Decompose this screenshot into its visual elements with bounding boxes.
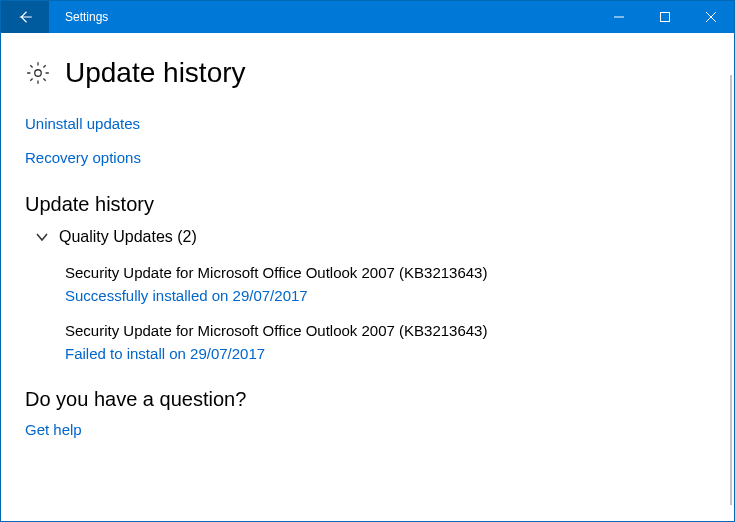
recovery-options-link[interactable]: Recovery options xyxy=(25,149,141,166)
update-title: Security Update for Microsoft Office Out… xyxy=(65,322,710,339)
maximize-icon xyxy=(660,12,670,22)
content-area: Update history Uninstall updates Recover… xyxy=(1,33,734,521)
update-status-link[interactable]: Failed to install on 29/07/2017 xyxy=(65,345,710,362)
close-button[interactable] xyxy=(688,1,734,33)
window-title: Settings xyxy=(49,1,596,33)
minimize-icon xyxy=(614,12,624,22)
update-title: Security Update for Microsoft Office Out… xyxy=(65,264,710,281)
maximize-button[interactable] xyxy=(642,1,688,33)
minimize-button[interactable] xyxy=(596,1,642,33)
chevron-down-icon xyxy=(35,230,49,244)
close-icon xyxy=(706,12,716,22)
gear-icon xyxy=(25,60,51,86)
group-label: Quality Updates (2) xyxy=(59,228,197,246)
window-controls xyxy=(596,1,734,33)
get-help-link[interactable]: Get help xyxy=(25,421,82,438)
arrow-left-icon xyxy=(16,8,34,26)
page-title: Update history xyxy=(65,57,246,89)
update-history-heading: Update history xyxy=(25,193,710,216)
update-item: Security Update for Microsoft Office Out… xyxy=(25,322,710,362)
update-item: Security Update for Microsoft Office Out… xyxy=(25,264,710,304)
uninstall-updates-link[interactable]: Uninstall updates xyxy=(25,115,140,132)
svg-point-1 xyxy=(35,70,42,77)
scrollbar[interactable] xyxy=(730,75,732,505)
page-header: Update history xyxy=(25,57,710,89)
quality-updates-group[interactable]: Quality Updates (2) xyxy=(25,226,710,254)
update-status-link[interactable]: Successfully installed on 29/07/2017 xyxy=(65,287,710,304)
svg-rect-0 xyxy=(661,13,670,22)
question-heading: Do you have a question? xyxy=(25,388,710,411)
back-button[interactable] xyxy=(1,1,49,33)
titlebar: Settings xyxy=(1,1,734,33)
